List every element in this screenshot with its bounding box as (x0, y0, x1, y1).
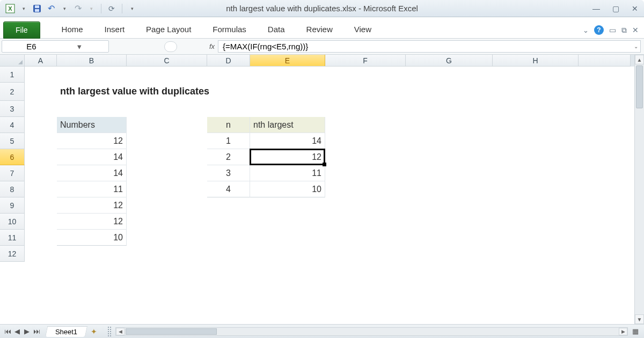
file-tab[interactable]: File (3, 21, 40, 39)
cell[interactable] (25, 101, 57, 117)
cell[interactable] (325, 133, 406, 149)
vertical-scrollbar[interactable]: ▲ ▼ (634, 55, 644, 324)
cell[interactable] (207, 197, 250, 214)
cell[interactable] (406, 230, 493, 246)
cell[interactable] (250, 101, 325, 117)
numbers-cell[interactable]: 14 (57, 149, 127, 165)
cell[interactable] (325, 230, 406, 246)
cell[interactable] (411, 83, 498, 101)
cell[interactable] (250, 230, 325, 246)
cell[interactable] (493, 101, 579, 117)
cell[interactable] (325, 197, 406, 214)
new-sheet-icon[interactable]: ✦ (91, 327, 97, 336)
fill-handle[interactable] (323, 163, 326, 166)
worksheet[interactable]: A B C D E F G H 1 2 nth largest value wi… (0, 55, 634, 324)
cell[interactable] (325, 246, 406, 262)
cell[interactable] (406, 246, 493, 262)
next-sheet-icon[interactable]: ▶ (23, 327, 31, 335)
cell[interactable] (250, 197, 325, 214)
cell[interactable] (493, 133, 579, 149)
formula-expand-icon[interactable]: ⌄ (634, 43, 638, 49)
cell[interactable] (406, 165, 493, 181)
scroll-thumb[interactable] (636, 65, 643, 108)
numbers-cell[interactable]: 12 (57, 133, 127, 149)
touch-mode-icon[interactable]: ⟳ (106, 3, 118, 14)
scroll-right-icon[interactable]: ▶ (619, 328, 627, 335)
cell[interactable] (493, 214, 579, 230)
cell[interactable] (493, 149, 579, 165)
scroll-down-icon[interactable]: ▼ (635, 314, 644, 324)
numbers-cell[interactable]: 12 (57, 197, 127, 214)
row-header[interactable]: 8 (0, 181, 25, 197)
cell[interactable] (406, 133, 493, 149)
row-header[interactable]: 10 (0, 214, 25, 230)
close-button[interactable]: ✕ (630, 4, 640, 13)
row-header[interactable]: 1 (0, 67, 25, 83)
row-header[interactable]: 2 (0, 83, 25, 101)
numbers-cell[interactable]: 14 (57, 165, 127, 181)
cell[interactable] (493, 230, 579, 246)
first-sheet-icon[interactable]: ⏮ (3, 327, 12, 335)
scroll-left-icon[interactable]: ◀ (116, 328, 125, 335)
col-header-f[interactable]: F (325, 55, 406, 66)
cell[interactable] (127, 67, 207, 83)
numbers-cell[interactable]: 10 (57, 230, 127, 246)
cell[interactable] (325, 117, 406, 133)
cell[interactable] (127, 101, 207, 117)
excel-app-icon[interactable]: X (4, 3, 16, 14)
row-header[interactable]: 6 (0, 149, 25, 165)
nth-header[interactable]: nth largest (250, 117, 325, 133)
cell[interactable] (25, 181, 57, 197)
row-header[interactable]: 11 (0, 230, 25, 246)
cell[interactable] (127, 181, 207, 197)
cell[interactable] (325, 165, 406, 181)
row-header[interactable]: 12 (0, 246, 25, 262)
cell[interactable] (493, 197, 579, 214)
fx-icon[interactable]: fx (209, 42, 215, 50)
cell[interactable] (207, 246, 250, 262)
col-header-h[interactable]: H (493, 55, 579, 66)
name-box[interactable]: E6 ▾ (2, 40, 109, 53)
cell[interactable] (493, 181, 579, 197)
cell[interactable] (498, 83, 584, 101)
nth-cell[interactable]: 11 (250, 165, 325, 181)
row-header[interactable]: 3 (0, 101, 25, 117)
cell[interactable] (406, 117, 493, 133)
n-cell[interactable]: 2 (207, 149, 250, 165)
row-header[interactable]: 9 (0, 197, 25, 214)
numbers-cell[interactable]: 11 (57, 181, 127, 197)
cell[interactable] (57, 246, 127, 262)
cell[interactable] (493, 165, 579, 181)
col-header-c[interactable]: C (127, 55, 207, 66)
undo-dropdown-icon[interactable]: ▾ (59, 6, 70, 11)
qat-customize-icon[interactable]: ▾ (127, 6, 137, 11)
cell[interactable] (127, 149, 207, 165)
cell[interactable] (25, 67, 57, 83)
cell[interactable] (493, 246, 579, 262)
formula-input[interactable]: {=MAX(IF(rng<E5,rng))} ⌄ (218, 40, 641, 53)
cell[interactable] (25, 83, 57, 101)
cell[interactable] (127, 214, 207, 230)
cell[interactable] (127, 117, 207, 133)
cell[interactable] (25, 149, 57, 165)
cell[interactable] (207, 230, 250, 246)
row-header[interactable]: 4 (0, 117, 25, 133)
cell[interactable] (25, 117, 57, 133)
col-header-d[interactable]: D (207, 55, 250, 66)
window-restore-icon[interactable]: ⧉ (621, 26, 627, 35)
nth-cell[interactable]: 14 (250, 133, 325, 149)
col-header-a[interactable]: A (25, 55, 57, 66)
scroll-up-icon[interactable]: ▲ (635, 55, 644, 64)
cell[interactable] (25, 197, 57, 214)
cell[interactable] (325, 214, 406, 230)
cell[interactable] (207, 67, 250, 83)
cell[interactable] (127, 230, 207, 246)
cell[interactable] (406, 67, 493, 83)
scroll-thumb[interactable] (126, 328, 217, 335)
cell[interactable] (127, 197, 207, 214)
maximize-button[interactable]: ▢ (611, 4, 620, 13)
col-header-b[interactable]: B (57, 55, 127, 66)
tab-data[interactable]: Data (257, 20, 296, 38)
cell[interactable] (25, 165, 57, 181)
col-header-e[interactable]: E (250, 55, 325, 66)
